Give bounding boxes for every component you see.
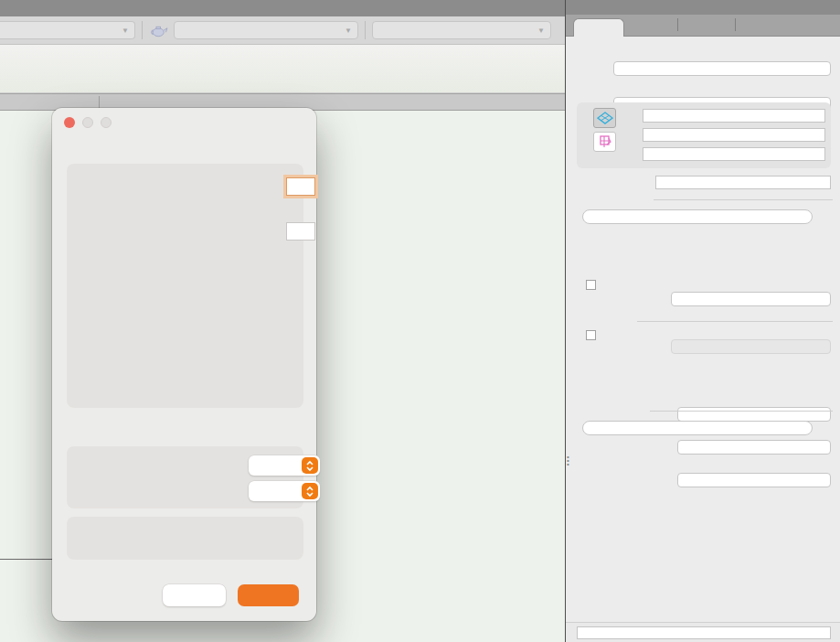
details-popup[interactable] <box>249 455 320 476</box>
shaded-options-dialog <box>52 108 316 621</box>
rep2d-select[interactable] <box>677 407 831 422</box>
use-global-season-row[interactable] <box>586 280 601 290</box>
stepper-icon <box>302 483 318 499</box>
help-text-box <box>67 517 303 560</box>
crease-angle-checkbox[interactable] <box>112 203 125 217</box>
details-row <box>110 453 303 478</box>
background-select[interactable]: ▼ <box>372 21 551 39</box>
options-group <box>67 164 303 408</box>
tab-shape[interactable] <box>573 18 624 37</box>
dialog-titlebar[interactable] <box>52 108 316 137</box>
view-mode-bar: ▼ ▼ ▼ <box>0 16 565 45</box>
season-select <box>671 339 831 354</box>
y-input[interactable] <box>643 128 825 142</box>
divider <box>365 21 366 39</box>
shadows-popup[interactable] <box>249 481 320 501</box>
divider <box>142 21 143 39</box>
x-input[interactable] <box>643 109 825 123</box>
threshold-input[interactable] <box>286 222 315 241</box>
plant-render[interactable] <box>320 112 565 611</box>
projection-select[interactable]: ▼ <box>0 21 135 39</box>
cancel-button[interactable] <box>163 584 226 606</box>
divider <box>99 96 100 108</box>
laubwerk-global-settings-button[interactable] <box>582 421 813 435</box>
select-laubwerk-plant-button[interactable] <box>582 209 813 224</box>
rotation-input[interactable] <box>655 176 831 189</box>
divider <box>650 411 833 412</box>
quality-group <box>67 446 303 508</box>
object-info-titlebar[interactable] <box>566 0 840 15</box>
close-button[interactable] <box>64 117 75 128</box>
object-info-tabs <box>566 15 840 37</box>
chevron-down-icon: ▼ <box>114 27 129 35</box>
zoom-button[interactable] <box>101 117 112 128</box>
z-input[interactable] <box>643 147 825 161</box>
window-chrome-strip <box>0 0 565 16</box>
crease-angle-row[interactable] <box>112 198 303 220</box>
chevron-down-icon: ▼ <box>530 27 545 35</box>
shadows-quality-row <box>110 478 303 504</box>
render-mode-select[interactable]: ▼ <box>174 21 358 39</box>
render-mode-icon <box>149 22 169 38</box>
elevation-view-button[interactable] <box>593 132 616 152</box>
minimize-button[interactable] <box>82 117 93 128</box>
edge-thickness-input[interactable] <box>286 177 315 196</box>
class-select[interactable] <box>613 61 831 76</box>
plan-view-button[interactable] <box>593 108 616 128</box>
divider <box>677 18 678 31</box>
use-global-appearance-checkbox[interactable] <box>586 330 596 340</box>
ok-button[interactable] <box>238 584 299 606</box>
threshold-row <box>133 220 303 242</box>
visualization-toolbar <box>0 45 565 93</box>
material-style-select[interactable] <box>677 473 831 487</box>
chevron-down-icon: ▼ <box>337 27 352 35</box>
rep3d-select[interactable] <box>677 440 831 455</box>
panel-grip[interactable]: ••• <box>567 455 569 466</box>
stepper-icon <box>302 457 318 474</box>
edge-thickness-row <box>111 175 303 198</box>
name-bar <box>566 622 840 642</box>
divider <box>637 321 833 322</box>
object-info-panel: ••• <box>565 0 840 642</box>
variant-select[interactable] <box>671 292 831 306</box>
use-global-appearance-row[interactable] <box>586 330 601 340</box>
divider <box>735 18 736 31</box>
divider <box>654 199 833 200</box>
coordinates-box <box>577 102 831 168</box>
use-global-season-checkbox[interactable] <box>586 280 596 290</box>
name-input[interactable] <box>577 626 831 639</box>
